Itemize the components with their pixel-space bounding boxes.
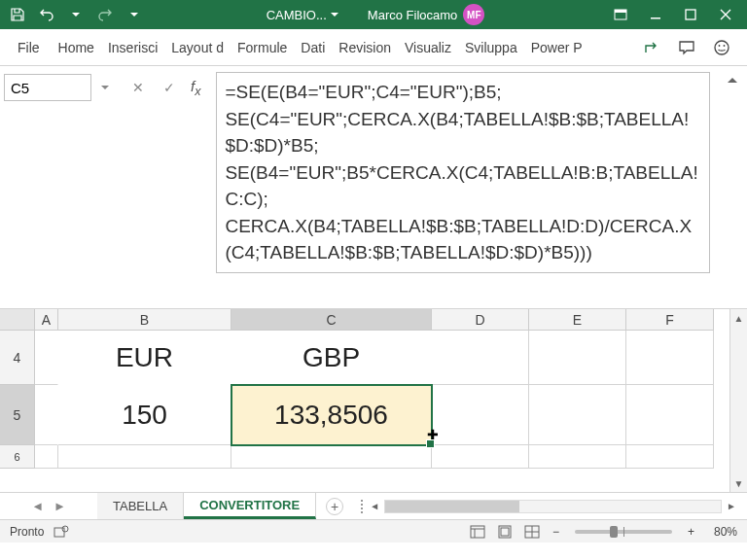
cell-F6[interactable]: [626, 445, 714, 469]
zoom-slider[interactable]: [575, 530, 672, 534]
col-head-A[interactable]: A: [35, 309, 58, 331]
select-all-corner[interactable]: [0, 309, 35, 331]
row-head-4[interactable]: 4: [0, 331, 35, 385]
col-head-B[interactable]: B: [58, 309, 231, 331]
name-box[interactable]: C5: [4, 74, 91, 101]
view-normal-button[interactable]: [467, 523, 488, 541]
sheet-tab-tabella[interactable]: TABELLA: [97, 493, 184, 519]
username-label: Marco Filocamo: [368, 8, 457, 22]
chevron-down-icon: [331, 11, 338, 18]
view-page-break-button[interactable]: [521, 523, 543, 541]
svg-point-8: [62, 526, 68, 532]
svg-rect-9: [471, 526, 484, 538]
cell-D5[interactable]: [432, 385, 529, 445]
hscroll-right[interactable]: ►: [724, 499, 739, 514]
cell-A4[interactable]: [35, 331, 58, 385]
tab-dati[interactable]: Dati: [294, 29, 332, 65]
close-button[interactable]: [708, 0, 743, 29]
scroll-up-button[interactable]: ▲: [730, 309, 747, 327]
tab-layout[interactable]: Layout d: [164, 29, 231, 65]
tab-home[interactable]: Home: [52, 29, 101, 65]
comments-button[interactable]: [669, 30, 704, 65]
row-5: 5 150 133,8506 ✚: [0, 385, 729, 445]
maximize-button[interactable]: [673, 0, 708, 29]
cancel-formula-button[interactable]: ✕: [123, 74, 154, 101]
cell-C4[interactable]: GBP: [231, 331, 432, 385]
zoom-in-button[interactable]: +: [684, 525, 698, 539]
split-handle[interactable]: [361, 500, 365, 513]
zoom-thumb[interactable]: [610, 526, 618, 538]
cell-B5[interactable]: 150: [58, 385, 231, 445]
vertical-scrollbar[interactable]: ▲ ▼: [729, 309, 747, 492]
row-head-6[interactable]: 6: [0, 445, 35, 469]
cell-A5[interactable]: [35, 385, 58, 445]
svg-point-6: [724, 45, 726, 47]
cell-E4[interactable]: [529, 331, 626, 385]
undo-dropdown[interactable]: [62, 1, 89, 28]
cell-C5[interactable]: 133,8506 ✚: [231, 385, 432, 445]
titlebar: CAMBIO... Marco Filocamo MF: [0, 0, 747, 29]
col-head-C[interactable]: C: [231, 309, 432, 331]
share-button[interactable]: [634, 30, 669, 65]
qa-customize[interactable]: [121, 1, 148, 28]
enter-formula-button[interactable]: ✓: [154, 74, 185, 101]
col-head-F[interactable]: F: [626, 309, 714, 331]
status-ready: Pronto: [10, 525, 44, 539]
user-area[interactable]: Marco Filocamo MF: [368, 4, 484, 25]
redo-button[interactable]: [91, 1, 119, 28]
hscroll-thumb[interactable]: [385, 501, 519, 512]
formula-bar: C5 ✕ ✓ fx =SE(E(B4="EUR";C4="EUR");B5; S…: [0, 66, 747, 309]
tab-file[interactable]: File: [8, 29, 52, 65]
cell-A6[interactable]: [35, 445, 58, 469]
zoom-out-button[interactable]: −: [549, 525, 563, 539]
undo-button[interactable]: [33, 1, 60, 28]
sheet-nav-prev[interactable]: ◄: [31, 499, 44, 513]
tab-visualizza[interactable]: Visualiz: [398, 29, 458, 65]
svg-point-5: [719, 45, 721, 47]
zoom-level[interactable]: 80%: [704, 525, 737, 539]
tab-powerpivot[interactable]: Power P: [524, 29, 589, 65]
sheet-nav: ◄ ►: [0, 493, 97, 519]
cell-F5[interactable]: [626, 385, 714, 445]
hscroll-track[interactable]: [384, 500, 722, 513]
cell-E5[interactable]: [529, 385, 626, 445]
smile-feedback-button[interactable]: [704, 30, 739, 65]
svg-rect-3: [686, 10, 695, 19]
horizontal-scrollbar[interactable]: ◄ ►: [353, 493, 747, 519]
cell-B4[interactable]: EUR: [58, 331, 231, 385]
cell-F4[interactable]: [626, 331, 714, 385]
hscroll-left[interactable]: ◄: [367, 499, 382, 514]
cell-C6[interactable]: [231, 445, 432, 469]
formula-input[interactable]: =SE(E(B4="EUR";C4="EUR");B5; SE(C4="EUR"…: [216, 72, 710, 273]
row-6: 6: [0, 445, 729, 469]
tab-formule[interactable]: Formule: [231, 29, 294, 65]
scroll-down-button[interactable]: ▼: [730, 474, 747, 492]
tab-inserisci[interactable]: Inserisci: [101, 29, 164, 65]
row-head-5[interactable]: 5: [0, 385, 35, 445]
ribbon-display-options[interactable]: [603, 0, 638, 29]
cell-C5-value: 133,8506: [274, 400, 388, 431]
svg-point-4: [715, 41, 729, 54]
formula-bar-collapse[interactable]: [726, 72, 739, 86]
worksheet-grid: A B C D E F 4 EUR GBP 5 150 133,8506 ✚: [0, 309, 747, 492]
tab-sviluppo[interactable]: Sviluppa: [458, 29, 524, 65]
view-page-layout-button[interactable]: [494, 523, 516, 541]
filename-area[interactable]: CAMBIO...: [267, 8, 338, 22]
new-sheet-button[interactable]: +: [326, 498, 343, 515]
tab-revisione[interactable]: Revision: [332, 29, 398, 65]
svg-rect-13: [501, 528, 509, 536]
fx-icon[interactable]: fx: [185, 78, 206, 98]
sheet-tab-convertitore[interactable]: CONVERTITORE: [184, 493, 316, 519]
cell-B6[interactable]: [58, 445, 231, 469]
macro-record-icon[interactable]: [53, 525, 69, 539]
row-4: 4 EUR GBP: [0, 331, 729, 385]
sheet-nav-next[interactable]: ►: [53, 499, 66, 513]
col-head-D[interactable]: D: [432, 309, 529, 331]
minimize-button[interactable]: [638, 0, 673, 29]
col-head-E[interactable]: E: [529, 309, 626, 331]
name-box-dropdown[interactable]: [97, 74, 113, 101]
cell-D4[interactable]: [432, 331, 529, 385]
save-button[interactable]: [4, 1, 31, 28]
cell-D6[interactable]: [432, 445, 529, 469]
cell-E6[interactable]: [529, 445, 626, 469]
